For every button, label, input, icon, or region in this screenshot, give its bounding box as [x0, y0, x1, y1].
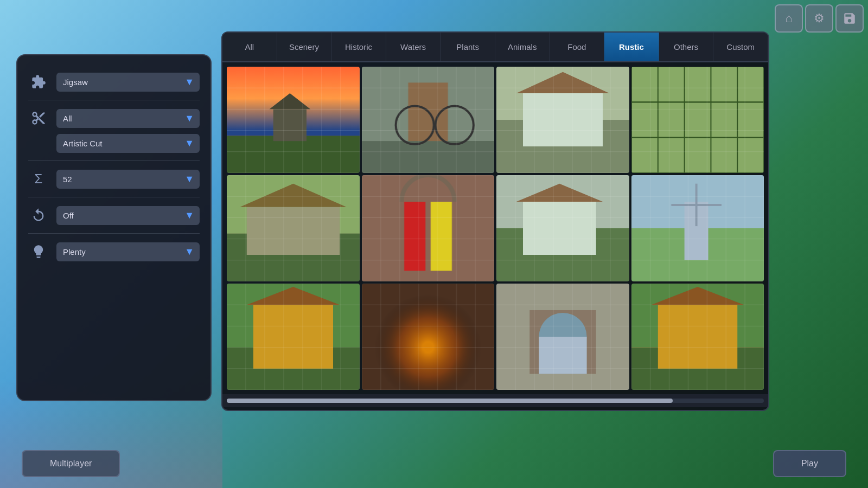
tab-scenery[interactable]: Scenery — [277, 33, 332, 61]
scrollbar-area — [222, 394, 768, 407]
scissors-icon — [28, 108, 49, 129]
puzzle-item-7[interactable] — [496, 175, 629, 281]
home-button[interactable]: ⌂ — [775, 4, 803, 33]
hints-row: Plenty ▼ — [28, 241, 200, 262]
divider-3 — [28, 197, 200, 197]
rotation-select[interactable]: Off — [56, 206, 200, 225]
piece-count-row: Σ 52 ▼ — [28, 169, 200, 189]
puzzle-item-11[interactable] — [496, 284, 629, 390]
divider-2 — [28, 160, 200, 161]
cut-all-select[interactable]: All — [56, 109, 200, 128]
settings-button[interactable]: ⚙ — [805, 4, 833, 33]
bottom-bar: Multiplayer Play — [0, 450, 868, 477]
cut-all-select-wrapper[interactable]: All ▼ — [56, 109, 200, 128]
puzzle-icon — [28, 72, 49, 92]
cut-all-row: All ▼ — [28, 108, 200, 129]
puzzle-item-2[interactable] — [362, 67, 495, 173]
main-content-panel: All Scenery Historic Waters Plants Anima… — [221, 31, 769, 411]
tab-food[interactable]: Food — [550, 33, 605, 61]
play-button[interactable]: Play — [773, 450, 846, 477]
puzzle-type-row: Jigsaw ▼ — [28, 72, 200, 92]
cut-artistic-row: Artistic Cut ▼ — [56, 134, 200, 153]
hints-icon — [28, 241, 49, 262]
cut-artistic-select[interactable]: Artistic Cut — [56, 134, 200, 153]
category-tabs: All Scenery Historic Waters Plants Anima… — [222, 33, 768, 62]
puzzle-type-select[interactable]: Jigsaw — [56, 73, 200, 92]
puzzle-item-5[interactable] — [227, 175, 360, 281]
top-icon-bar: ⌂ ⚙ — [770, 0, 868, 37]
puzzle-item-12[interactable] — [631, 284, 764, 390]
scroll-thumb[interactable] — [227, 399, 673, 403]
puzzle-item-8[interactable] — [631, 175, 764, 281]
hints-select-wrapper[interactable]: Plenty ▼ — [56, 242, 200, 261]
piece-count-select[interactable]: 52 — [56, 170, 200, 189]
tab-custom[interactable]: Custom — [713, 33, 768, 61]
scroll-track[interactable] — [227, 399, 764, 403]
divider-4 — [28, 233, 200, 234]
rotation-select-wrapper[interactable]: Off ▼ — [56, 206, 200, 225]
multiplayer-button[interactable]: Multiplayer — [22, 450, 120, 477]
tab-historic[interactable]: Historic — [331, 33, 386, 61]
hints-select[interactable]: Plenty — [56, 242, 200, 261]
tab-animals[interactable]: Animals — [495, 33, 550, 61]
tab-others[interactable]: Others — [659, 33, 714, 61]
puzzle-item-10[interactable] — [362, 284, 495, 390]
puzzle-type-select-wrapper[interactable]: Jigsaw ▼ — [56, 73, 200, 92]
rotation-icon — [28, 205, 49, 226]
piece-count-select-wrapper[interactable]: 52 ▼ — [56, 170, 200, 189]
tab-all[interactable]: All — [222, 33, 277, 61]
tab-waters[interactable]: Waters — [386, 33, 441, 61]
puzzle-item-3[interactable] — [496, 67, 629, 173]
cut-artistic-select-wrapper[interactable]: Artistic Cut ▼ — [56, 134, 200, 153]
puzzle-item-9[interactable] — [227, 284, 360, 390]
image-grid — [222, 62, 768, 394]
tab-rustic[interactable]: Rustic — [604, 33, 659, 61]
sigma-icon: Σ — [28, 169, 49, 189]
save-button[interactable] — [835, 4, 864, 33]
tab-plants[interactable]: Plants — [441, 33, 495, 61]
divider-1 — [28, 100, 200, 100]
sidebar-panel: Jigsaw ▼ All ▼ Artistic Cut ▼ Σ — [16, 54, 212, 401]
rotation-row: Off ▼ — [28, 205, 200, 226]
puzzle-item-6[interactable] — [362, 175, 495, 281]
puzzle-item-4[interactable] — [631, 67, 764, 173]
puzzle-item-1[interactable] — [227, 67, 360, 173]
